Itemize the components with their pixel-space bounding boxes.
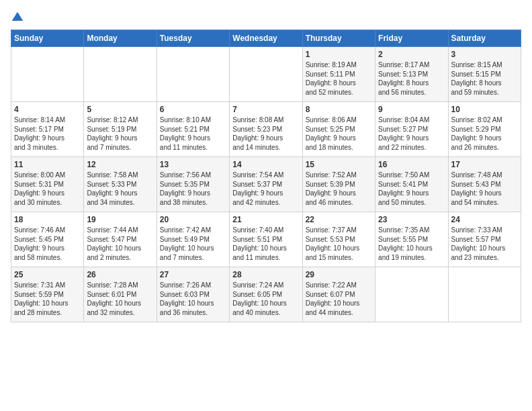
day-info: Sunrise: 7:24 AM Sunset: 6:05 PM Dayligh… [232, 281, 299, 317]
day-info: Sunrise: 8:12 AM Sunset: 5:19 PM Dayligh… [87, 116, 153, 152]
day-info: Sunrise: 8:14 AM Sunset: 5:17 PM Dayligh… [14, 116, 81, 152]
week-row-2: 11Sunrise: 8:00 AM Sunset: 5:31 PM Dayli… [11, 157, 521, 212]
day-info: Sunrise: 7:52 AM Sunset: 5:39 PM Dayligh… [306, 171, 372, 207]
calendar-cell: 25Sunrise: 7:31 AM Sunset: 5:59 PM Dayli… [11, 267, 84, 322]
calendar-cell: 17Sunrise: 7:48 AM Sunset: 5:43 PM Dayli… [448, 157, 521, 212]
calendar-cell: 26Sunrise: 7:28 AM Sunset: 6:01 PM Dayli… [84, 267, 157, 322]
day-number: 28 [232, 270, 299, 279]
day-info: Sunrise: 7:46 AM Sunset: 5:45 PM Dayligh… [14, 226, 81, 262]
calendar-cell: 10Sunrise: 8:02 AM Sunset: 5:29 PM Dayli… [448, 102, 521, 157]
day-number: 9 [378, 105, 445, 114]
calendar-cell: 18Sunrise: 7:46 AM Sunset: 5:45 PM Dayli… [11, 212, 84, 267]
calendar-cell: 4Sunrise: 8:14 AM Sunset: 5:17 PM Daylig… [11, 102, 84, 157]
day-number: 17 [451, 160, 518, 169]
weekday-header-monday: Monday [84, 30, 157, 47]
week-row-3: 18Sunrise: 7:46 AM Sunset: 5:45 PM Dayli… [11, 212, 521, 267]
day-number: 25 [14, 270, 81, 279]
day-number: 5 [87, 105, 153, 114]
day-number: 26 [87, 270, 153, 279]
weekday-header-row: SundayMondayTuesdayWednesdayThursdayFrid… [11, 30, 521, 47]
weekday-header-friday: Friday [375, 30, 448, 47]
day-info: Sunrise: 7:33 AM Sunset: 5:57 PM Dayligh… [451, 226, 518, 262]
day-number: 23 [378, 215, 445, 224]
header [11, 11, 521, 24]
calendar-cell: 14Sunrise: 7:54 AM Sunset: 5:37 PM Dayli… [230, 157, 302, 212]
calendar-cell: 7Sunrise: 8:08 AM Sunset: 5:23 PM Daylig… [230, 102, 302, 157]
week-row-0: 1Sunrise: 8:19 AM Sunset: 5:11 PM Daylig… [11, 47, 521, 102]
day-info: Sunrise: 7:58 AM Sunset: 5:33 PM Dayligh… [87, 171, 153, 207]
day-number: 27 [160, 270, 226, 279]
calendar-cell: 28Sunrise: 7:24 AM Sunset: 6:05 PM Dayli… [230, 267, 302, 322]
day-number: 13 [160, 160, 226, 169]
day-number: 1 [306, 50, 372, 59]
logo [11, 11, 27, 24]
calendar-cell: 1Sunrise: 8:19 AM Sunset: 5:11 PM Daylig… [302, 47, 375, 102]
calendar-cell: 23Sunrise: 7:35 AM Sunset: 5:55 PM Dayli… [375, 212, 448, 267]
logo-icon [11, 11, 24, 24]
weekday-header-wednesday: Wednesday [230, 30, 302, 47]
calendar-cell: 16Sunrise: 7:50 AM Sunset: 5:41 PM Dayli… [375, 157, 448, 212]
day-number: 29 [306, 270, 372, 279]
svg-marker-0 [12, 12, 24, 21]
calendar-cell: 15Sunrise: 7:52 AM Sunset: 5:39 PM Dayli… [302, 157, 375, 212]
day-number: 18 [14, 215, 81, 224]
calendar-cell: 29Sunrise: 7:22 AM Sunset: 6:07 PM Dayli… [302, 267, 375, 322]
calendar-cell [230, 47, 302, 102]
weekday-header-saturday: Saturday [448, 30, 521, 47]
calendar-cell: 5Sunrise: 8:12 AM Sunset: 5:19 PM Daylig… [84, 102, 157, 157]
day-number: 24 [451, 215, 518, 224]
day-number: 14 [232, 160, 299, 169]
calendar-cell: 11Sunrise: 8:00 AM Sunset: 5:31 PM Dayli… [11, 157, 84, 212]
calendar-table: SundayMondayTuesdayWednesdayThursdayFrid… [11, 30, 521, 322]
weekday-header-thursday: Thursday [302, 30, 375, 47]
day-info: Sunrise: 8:17 AM Sunset: 5:13 PM Dayligh… [378, 60, 445, 97]
day-info: Sunrise: 7:31 AM Sunset: 5:59 PM Dayligh… [14, 281, 81, 317]
day-number: 10 [451, 105, 518, 114]
day-info: Sunrise: 8:15 AM Sunset: 5:15 PM Dayligh… [451, 60, 518, 97]
day-info: Sunrise: 7:22 AM Sunset: 6:07 PM Dayligh… [306, 281, 372, 317]
day-info: Sunrise: 7:48 AM Sunset: 5:43 PM Dayligh… [451, 171, 518, 207]
calendar-cell: 6Sunrise: 8:10 AM Sunset: 5:21 PM Daylig… [157, 102, 229, 157]
day-info: Sunrise: 8:06 AM Sunset: 5:25 PM Dayligh… [306, 116, 372, 152]
week-row-1: 4Sunrise: 8:14 AM Sunset: 5:17 PM Daylig… [11, 102, 521, 157]
week-row-4: 25Sunrise: 7:31 AM Sunset: 5:59 PM Dayli… [11, 267, 521, 322]
day-number: 21 [232, 215, 299, 224]
day-info: Sunrise: 7:35 AM Sunset: 5:55 PM Dayligh… [378, 226, 445, 262]
day-number: 22 [306, 215, 372, 224]
day-number: 8 [306, 105, 372, 114]
calendar-cell: 27Sunrise: 7:26 AM Sunset: 6:03 PM Dayli… [157, 267, 229, 322]
day-number: 7 [232, 105, 299, 114]
calendar-cell: 20Sunrise: 7:42 AM Sunset: 5:49 PM Dayli… [157, 212, 229, 267]
day-number: 3 [451, 50, 518, 59]
calendar-cell: 22Sunrise: 7:37 AM Sunset: 5:53 PM Dayli… [302, 212, 375, 267]
day-number: 6 [160, 105, 226, 114]
day-number: 15 [306, 160, 372, 169]
day-number: 4 [14, 105, 81, 114]
day-info: Sunrise: 8:02 AM Sunset: 5:29 PM Dayligh… [451, 116, 518, 152]
calendar-cell: 2Sunrise: 8:17 AM Sunset: 5:13 PM Daylig… [375, 47, 448, 102]
day-info: Sunrise: 8:19 AM Sunset: 5:11 PM Dayligh… [306, 60, 372, 97]
calendar-cell: 12Sunrise: 7:58 AM Sunset: 5:33 PM Dayli… [84, 157, 157, 212]
calendar-cell: 21Sunrise: 7:40 AM Sunset: 5:51 PM Dayli… [230, 212, 302, 267]
day-info: Sunrise: 7:42 AM Sunset: 5:49 PM Dayligh… [160, 226, 226, 262]
calendar-cell: 8Sunrise: 8:06 AM Sunset: 5:25 PM Daylig… [302, 102, 375, 157]
day-info: Sunrise: 8:00 AM Sunset: 5:31 PM Dayligh… [14, 171, 81, 207]
weekday-header-tuesday: Tuesday [157, 30, 229, 47]
calendar-cell: 9Sunrise: 8:04 AM Sunset: 5:27 PM Daylig… [375, 102, 448, 157]
day-info: Sunrise: 7:40 AM Sunset: 5:51 PM Dayligh… [232, 226, 299, 262]
calendar-cell: 3Sunrise: 8:15 AM Sunset: 5:15 PM Daylig… [448, 47, 521, 102]
page-container: SundayMondayTuesdayWednesdayThursdayFrid… [0, 0, 532, 328]
day-info: Sunrise: 7:37 AM Sunset: 5:53 PM Dayligh… [306, 226, 372, 262]
weekday-header-sunday: Sunday [11, 30, 84, 47]
day-number: 19 [87, 215, 153, 224]
calendar-cell: 19Sunrise: 7:44 AM Sunset: 5:47 PM Dayli… [84, 212, 157, 267]
calendar-cell [375, 267, 448, 322]
calendar-cell [84, 47, 157, 102]
day-number: 12 [87, 160, 153, 169]
day-info: Sunrise: 7:56 AM Sunset: 5:35 PM Dayligh… [160, 171, 226, 207]
calendar-cell [448, 267, 521, 322]
day-number: 16 [378, 160, 445, 169]
day-number: 20 [160, 215, 226, 224]
calendar-cell: 13Sunrise: 7:56 AM Sunset: 5:35 PM Dayli… [157, 157, 229, 212]
day-info: Sunrise: 8:10 AM Sunset: 5:21 PM Dayligh… [160, 116, 226, 152]
